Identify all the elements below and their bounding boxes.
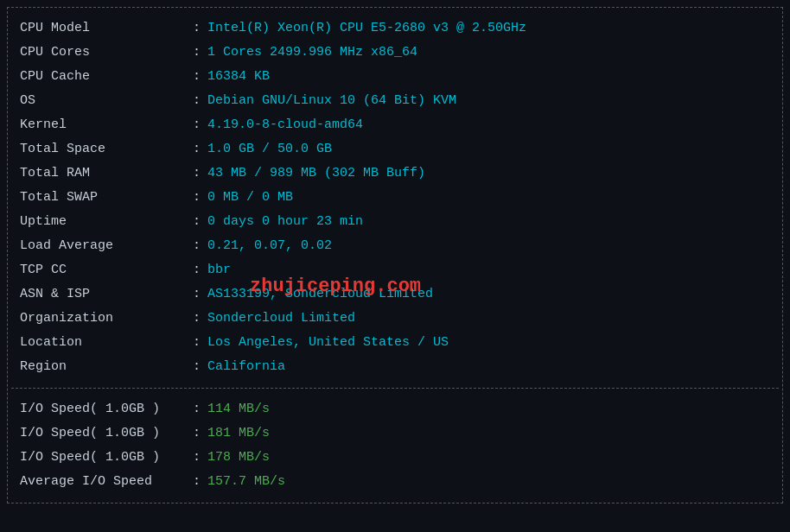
- row-label: CPU Cache: [20, 66, 193, 87]
- row-label: Kernel: [20, 115, 193, 136]
- row-label: CPU Model: [20, 18, 193, 39]
- row-value: 0 days 0 hour 23 min: [207, 212, 363, 232]
- row-colon: :: [193, 308, 201, 329]
- row-colon: :: [193, 236, 201, 256]
- system-section: CPU Model : Intel(R) Xeon(R) CPU E5-2680…: [11, 13, 779, 383]
- row-value: 178 MB/s: [207, 447, 270, 468]
- row-value: AS133199, Sondercloud Limited: [207, 284, 433, 305]
- table-row: Region : California: [20, 355, 770, 379]
- table-row: Total Space : 1.0 GB / 50.0 GB: [20, 137, 770, 162]
- row-colon: :: [193, 18, 201, 39]
- row-value: Debian GNU/Linux 10 (64 Bit) KVM: [207, 91, 456, 111]
- row-value: 157.7 MB/s: [207, 472, 285, 492]
- row-value: 43 MB / 989 MB (302 MB Buff): [207, 163, 425, 184]
- row-value: 0.21, 0.07, 0.02: [207, 236, 332, 256]
- row-colon: :: [193, 66, 201, 87]
- row-label: Average I/O Speed: [20, 472, 193, 492]
- row-label: TCP CC: [20, 260, 193, 281]
- row-colon: :: [193, 139, 201, 160]
- table-row: Average I/O Speed : 157.7 MB/s: [20, 470, 770, 494]
- table-row: CPU Cache : 16384 KB: [20, 65, 770, 89]
- table-row: Kernel : 4.19.0-8-cloud-amd64: [20, 113, 770, 137]
- row-value: 0 MB / 0 MB: [207, 187, 293, 208]
- table-row: I/O Speed( 1.0GB ) : 178 MB/s: [20, 446, 770, 470]
- row-colon: :: [193, 284, 201, 305]
- row-value: 114 MB/s: [207, 399, 270, 420]
- row-value: bbr: [207, 260, 231, 281]
- row-colon: :: [193, 91, 201, 111]
- row-label: Uptime: [20, 212, 193, 232]
- row-label: Total RAM: [20, 163, 193, 184]
- row-label: Organization: [20, 308, 193, 329]
- row-colon: :: [193, 399, 201, 420]
- row-colon: :: [193, 187, 201, 208]
- row-value: Los Angeles, United States / US: [207, 332, 449, 353]
- row-label: OS: [20, 91, 193, 111]
- table-row: Organization : Sondercloud Limited: [20, 307, 770, 331]
- table-row: CPU Cores : 1 Cores 2499.996 MHz x86_64: [20, 41, 770, 65]
- table-row: TCP CC : bbr: [20, 258, 770, 282]
- table-row: Total RAM : 43 MB / 989 MB (302 MB Buff): [20, 162, 770, 186]
- row-value: 1.0 GB / 50.0 GB: [207, 139, 332, 160]
- table-row: OS : Debian GNU/Linux 10 (64 Bit) KVM: [20, 89, 770, 113]
- row-value: 1 Cores 2499.996 MHz x86_64: [207, 42, 417, 63]
- row-value: California: [207, 357, 285, 377]
- row-label: I/O Speed( 1.0GB ): [20, 399, 193, 420]
- row-label: Region: [20, 357, 193, 377]
- row-value: 181 MB/s: [207, 423, 270, 444]
- row-value: Sondercloud Limited: [207, 308, 355, 329]
- table-row: Total SWAP : 0 MB / 0 MB: [20, 186, 770, 210]
- row-label: ASN & ISP: [20, 284, 193, 305]
- row-colon: :: [193, 115, 201, 136]
- row-colon: :: [193, 163, 201, 184]
- row-value: 16384 KB: [207, 66, 270, 87]
- row-label: Total Space: [20, 139, 193, 160]
- main-container: zhujiceping.com CPU Model : Intel(R) Xeo…: [7, 7, 783, 504]
- row-label: I/O Speed( 1.0GB ): [20, 447, 193, 468]
- row-value: 4.19.0-8-cloud-amd64: [207, 115, 363, 136]
- row-label: CPU Cores: [20, 42, 193, 63]
- row-label: I/O Speed( 1.0GB ): [20, 423, 193, 444]
- row-colon: :: [193, 472, 201, 492]
- section-divider: [11, 388, 779, 389]
- table-row: I/O Speed( 1.0GB ) : 181 MB/s: [20, 421, 770, 446]
- row-colon: :: [193, 260, 201, 281]
- table-row: I/O Speed( 1.0GB ) : 114 MB/s: [20, 397, 770, 421]
- row-colon: :: [193, 42, 201, 63]
- row-colon: :: [193, 423, 201, 444]
- row-label: Location: [20, 332, 193, 353]
- table-row: CPU Model : Intel(R) Xeon(R) CPU E5-2680…: [20, 16, 770, 41]
- table-row: Location : Los Angeles, United States / …: [20, 331, 770, 355]
- row-colon: :: [193, 332, 201, 353]
- row-colon: :: [193, 212, 201, 232]
- row-value: Intel(R) Xeon(R) CPU E5-2680 v3 @ 2.50GH…: [207, 18, 526, 39]
- row-colon: :: [193, 447, 201, 468]
- row-colon: :: [193, 357, 201, 377]
- row-label: Load Average: [20, 236, 193, 256]
- table-row: ASN & ISP : AS133199, Sondercloud Limite…: [20, 282, 770, 307]
- io-section: I/O Speed( 1.0GB ) : 114 MB/sI/O Speed( …: [11, 394, 779, 497]
- table-row: Load Average : 0.21, 0.07, 0.02: [20, 234, 770, 258]
- table-row: Uptime : 0 days 0 hour 23 min: [20, 210, 770, 234]
- row-label: Total SWAP: [20, 187, 193, 208]
